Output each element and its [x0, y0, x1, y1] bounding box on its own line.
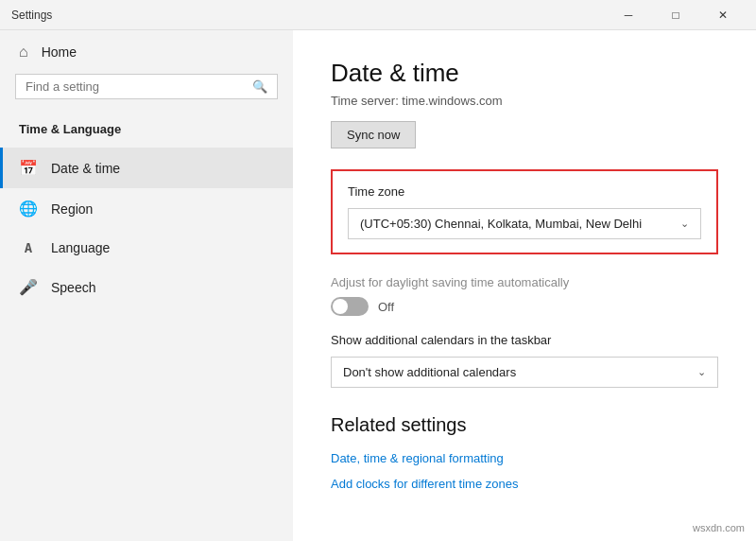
search-input[interactable]: [26, 79, 245, 94]
language-icon: A: [19, 240, 38, 255]
calendars-dropdown[interactable]: Don't show additional calendars ⌄: [331, 357, 718, 388]
related-settings-title: Related settings: [331, 414, 718, 436]
additional-calendars-row: Show additional calendars in the taskbar…: [331, 333, 718, 388]
toggle-row: Off: [331, 297, 718, 316]
timezone-section: Time zone (UTC+05:30) Chennai, Kolkata, …: [331, 169, 718, 254]
calendars-section-label: Show additional calendars in the taskbar: [331, 333, 718, 347]
timezone-value: (UTC+05:30) Chennai, Kolkata, Mumbai, Ne…: [360, 217, 642, 231]
home-label: Home: [42, 44, 77, 60]
maximize-button[interactable]: □: [654, 0, 697, 30]
daylight-toggle[interactable]: [331, 297, 369, 316]
related-link-formatting[interactable]: Date, time & regional formatting: [331, 451, 718, 465]
window-controls: ─ □ ✕: [607, 0, 745, 30]
search-icon: 🔍: [252, 79, 267, 94]
daylight-saving-label: Adjust for daylight saving time automati…: [331, 275, 718, 289]
toggle-state-label: Off: [378, 300, 394, 314]
sidebar-item-region[interactable]: 🌐 Region: [0, 188, 293, 229]
sidebar-home[interactable]: ⌂ Home: [0, 30, 293, 74]
region-label: Region: [51, 201, 93, 217]
sidebar-item-language[interactable]: A Language: [0, 229, 293, 267]
calendars-value: Don't show additional calendars: [343, 365, 516, 379]
sidebar: ⌂ Home 🔍 Time & Language 📅 Date & time 🌐…: [0, 30, 293, 541]
chevron-down-icon: ⌄: [680, 218, 689, 230]
timezone-dropdown[interactable]: (UTC+05:30) Chennai, Kolkata, Mumbai, Ne…: [348, 208, 701, 239]
app-title: Settings: [11, 9, 52, 22]
page-title: Date & time: [331, 59, 718, 88]
related-link-clocks[interactable]: Add clocks for different time zones: [331, 477, 718, 491]
region-icon: 🌐: [19, 200, 38, 218]
home-icon: ⌂: [19, 44, 28, 61]
close-button[interactable]: ✕: [701, 0, 745, 30]
main-content: Date & time Time server: time.windows.co…: [293, 30, 756, 541]
sync-now-button[interactable]: Sync now: [331, 121, 416, 148]
app-body: ⌂ Home 🔍 Time & Language 📅 Date & time 🌐…: [0, 30, 756, 541]
language-label: Language: [51, 240, 110, 255]
time-server-text: Time server: time.windows.com: [331, 94, 718, 108]
date-time-label: Date & time: [51, 161, 120, 176]
watermark: wsxdn.com: [693, 522, 745, 533]
daylight-saving-row: Adjust for daylight saving time automati…: [331, 275, 718, 316]
sidebar-item-speech[interactable]: 🎤 Speech: [0, 267, 293, 307]
search-box[interactable]: 🔍: [15, 74, 278, 99]
minimize-button[interactable]: ─: [607, 0, 650, 30]
speech-label: Speech: [51, 280, 95, 295]
date-time-icon: 📅: [19, 159, 38, 177]
timezone-label: Time zone: [348, 184, 701, 199]
calendars-chevron-icon: ⌄: [697, 366, 706, 378]
title-bar: Settings ─ □ ✕: [0, 0, 756, 30]
sidebar-section-label: Time & Language: [0, 114, 293, 148]
speech-icon: 🎤: [19, 278, 38, 296]
toggle-knob: [333, 299, 348, 314]
sidebar-item-date-time[interactable]: 📅 Date & time: [0, 148, 293, 188]
